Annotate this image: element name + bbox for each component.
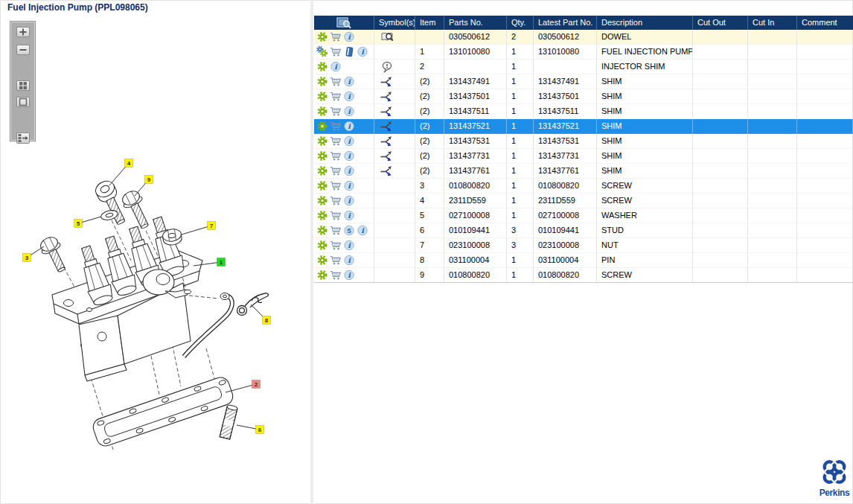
info-icon[interactable]: i bbox=[343, 150, 355, 162]
cell-cut_out bbox=[693, 134, 748, 149]
column-header-symbols[interactable]: Symbol(s) bbox=[374, 16, 415, 30]
table-row[interactable]: i(2)1314374911131437491SHIM bbox=[314, 74, 853, 89]
column-header-item[interactable]: Item bbox=[415, 16, 444, 30]
picture-search-icon[interactable] bbox=[314, 16, 374, 30]
info-icon[interactable]: i bbox=[343, 91, 355, 102]
info-icon[interactable]: i bbox=[343, 165, 355, 176]
table-row[interactable]: i(2)1314377311131437731SHIM bbox=[314, 149, 853, 164]
cart-icon[interactable] bbox=[330, 269, 342, 281]
diagram-badge-6[interactable]: 6 bbox=[256, 426, 264, 434]
diagram-badge-1[interactable]: 1 bbox=[217, 258, 226, 267]
gear-icon[interactable] bbox=[316, 210, 328, 221]
cart-icon[interactable] bbox=[330, 195, 342, 206]
cell-cut_out bbox=[693, 179, 748, 194]
cell-cut_in bbox=[748, 30, 797, 45]
cart-icon[interactable] bbox=[330, 121, 342, 132]
single-view-button[interactable] bbox=[16, 97, 30, 107]
gear-icon[interactable] bbox=[316, 135, 328, 147]
diagram-badge-3[interactable]: 3 bbox=[23, 254, 31, 262]
table-row[interactable]: i11310100801131010080FUEL INJECTION PUMP bbox=[314, 45, 853, 60]
gear-icon[interactable] bbox=[316, 76, 328, 87]
info-icon[interactable]: i bbox=[343, 240, 355, 251]
cell-latest_part_no: 131437521 bbox=[534, 119, 597, 134]
table-row[interactable]: i(2)1314375211131437521SHIM bbox=[314, 119, 853, 134]
info-icon[interactable]: i bbox=[357, 225, 368, 236]
cart-icon[interactable] bbox=[330, 135, 342, 147]
table-row[interactable]: i(2)1314375311131437531SHIM bbox=[314, 134, 853, 149]
gear-icon[interactable] bbox=[316, 255, 328, 266]
gear-icon[interactable] bbox=[316, 91, 328, 102]
table-row[interactable]: i80311000041031100004PIN bbox=[314, 253, 853, 268]
cart-icon[interactable] bbox=[330, 165, 342, 176]
diagram-badge-7[interactable]: 7 bbox=[208, 222, 216, 230]
cart-icon[interactable] bbox=[330, 31, 342, 42]
table-row[interactable]: i50271000081027100008WASHER bbox=[314, 208, 853, 223]
cart-icon[interactable] bbox=[330, 91, 342, 102]
cart-icon[interactable] bbox=[330, 240, 342, 251]
info-icon[interactable]: i bbox=[343, 180, 355, 191]
cart-icon[interactable] bbox=[330, 150, 342, 162]
diagram-badge-9[interactable]: 9 bbox=[145, 176, 153, 184]
gear-double-icon[interactable] bbox=[316, 46, 328, 57]
s-icon[interactable]: S bbox=[343, 225, 355, 236]
gear-icon[interactable] bbox=[316, 225, 328, 236]
column-header-comment[interactable]: Comment bbox=[797, 16, 853, 30]
column-header-latest_part_no[interactable]: Latest Part No. bbox=[534, 16, 597, 30]
row-symbol bbox=[374, 45, 415, 60]
badge-leader-line bbox=[182, 226, 211, 235]
gear-icon[interactable] bbox=[316, 165, 328, 176]
table-row[interactable]: i0305006122030500612DOWEL bbox=[314, 30, 853, 45]
column-header-cut_in[interactable]: Cut In bbox=[748, 16, 797, 30]
cart-icon[interactable] bbox=[330, 76, 342, 87]
info-icon[interactable]: i bbox=[343, 210, 355, 221]
cell-comment bbox=[797, 74, 853, 89]
cart-icon[interactable] bbox=[330, 106, 342, 117]
info-icon[interactable]: i bbox=[357, 46, 368, 57]
gear-icon[interactable] bbox=[316, 121, 328, 132]
cart-icon[interactable] bbox=[330, 46, 342, 57]
info-icon[interactable]: i bbox=[343, 255, 355, 266]
gear-icon[interactable] bbox=[316, 240, 328, 251]
book-icon[interactable] bbox=[343, 46, 355, 57]
info-icon[interactable]: i bbox=[343, 269, 355, 281]
cart-icon[interactable] bbox=[330, 225, 342, 236]
column-header-cut_out[interactable]: Cut Out bbox=[693, 16, 748, 30]
diagram-badge-8[interactable]: 8 bbox=[263, 316, 271, 325]
info-icon[interactable]: i bbox=[343, 135, 355, 147]
table-row[interactable]: i70231000083023100008NUT bbox=[314, 238, 853, 253]
gear-icon[interactable] bbox=[316, 195, 328, 206]
column-header-description[interactable]: Description bbox=[597, 16, 693, 30]
diagram-badge-4[interactable]: 4 bbox=[125, 159, 133, 168]
table-row[interactable]: i21INJECTOR SHIM bbox=[314, 60, 853, 74]
info-icon[interactable]: i bbox=[343, 195, 355, 206]
diagram-badge-2[interactable]: 2 bbox=[252, 380, 261, 389]
cart-icon[interactable] bbox=[330, 210, 342, 221]
export-list-button[interactable] bbox=[16, 133, 30, 144]
info-icon[interactable]: i bbox=[343, 121, 355, 132]
info-icon[interactable]: i bbox=[330, 61, 342, 72]
cart-icon[interactable] bbox=[330, 180, 342, 191]
column-header-qty[interactable]: Qty. bbox=[507, 16, 534, 30]
zoom-out-button[interactable] bbox=[16, 45, 30, 55]
gear-icon[interactable] bbox=[316, 31, 328, 42]
diagram-badge-5[interactable]: 5 bbox=[74, 220, 83, 228]
column-header-parts_no[interactable]: Parts No. bbox=[444, 16, 507, 30]
table-row[interactable]: i90108008201010800820SCREW bbox=[314, 268, 853, 283]
table-row[interactable]: i(2)1314375011131437501SHIM bbox=[314, 89, 853, 104]
info-icon[interactable]: i bbox=[343, 76, 355, 87]
zoom-in-button[interactable] bbox=[16, 27, 30, 37]
table-row[interactable]: i(2)1314377611131437761SHIM bbox=[314, 164, 853, 179]
gear-icon[interactable] bbox=[316, 269, 328, 281]
info-icon[interactable]: i bbox=[343, 31, 355, 42]
gear-icon[interactable] bbox=[316, 61, 328, 72]
cart-icon[interactable] bbox=[330, 255, 342, 266]
table-row[interactable]: i(2)1314375111131437511SHIM bbox=[314, 104, 853, 119]
table-row[interactable]: i30108008201010800820SCREW bbox=[314, 179, 853, 194]
info-icon[interactable]: i bbox=[343, 106, 355, 117]
gear-icon[interactable] bbox=[316, 180, 328, 191]
gear-icon[interactable] bbox=[316, 106, 328, 117]
tile-view-button[interactable] bbox=[16, 80, 30, 91]
table-row[interactable]: i42311D55912311D559SCREW bbox=[314, 194, 853, 208]
table-row[interactable]: Si60101094413010109441STUD bbox=[314, 223, 853, 238]
gear-icon[interactable] bbox=[316, 150, 328, 162]
